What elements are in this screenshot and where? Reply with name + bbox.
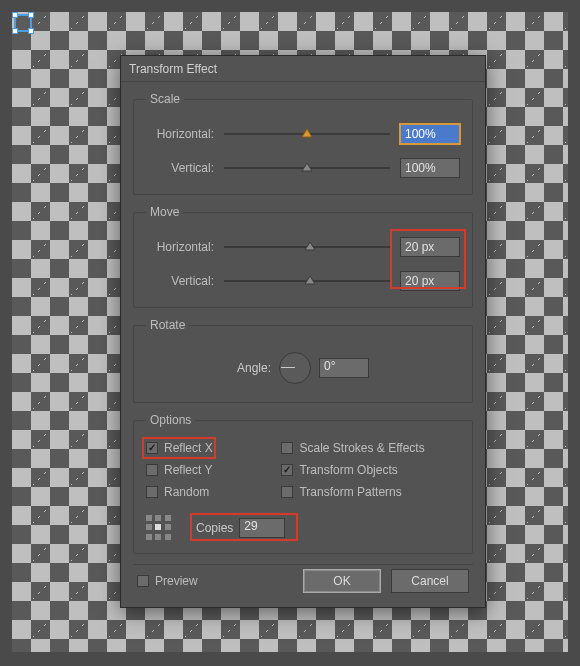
selection-handle[interactable] — [12, 12, 18, 18]
svg-marker-3 — [305, 276, 315, 284]
dialog-title: Transform Effect — [129, 62, 217, 76]
move-horizontal-label: Horizontal: — [146, 240, 220, 254]
options-group: Options Reflect X Scale Strokes & Effect… — [133, 413, 473, 554]
move-vertical-label: Vertical: — [146, 274, 220, 288]
checkbox-icon — [281, 464, 293, 476]
svg-marker-2 — [305, 242, 315, 250]
dialog-titlebar[interactable]: Transform Effect — [121, 56, 485, 82]
checkbox-icon — [146, 486, 158, 498]
checkbox-label: Reflect Y — [164, 463, 212, 477]
copies-label: Copies — [196, 521, 233, 535]
checkbox-transform-patterns[interactable]: Transform Patterns — [281, 485, 460, 499]
checkbox-random[interactable]: Random — [146, 485, 273, 499]
svg-marker-1 — [302, 163, 312, 171]
rotate-dial[interactable] — [279, 352, 311, 384]
checkbox-icon — [281, 486, 293, 498]
checkbox-icon — [281, 442, 293, 454]
anchor-reference-point[interactable] — [146, 515, 172, 541]
dialog-footer: Preview OK Cancel — [133, 564, 473, 595]
move-legend: Move — [146, 205, 183, 219]
slider-handle-icon[interactable] — [301, 161, 313, 173]
scale-vertical-slider[interactable] — [224, 159, 390, 177]
selected-object[interactable] — [14, 14, 32, 32]
checkbox-reflect-y[interactable]: Reflect Y — [146, 463, 273, 477]
slider-handle-icon[interactable] — [304, 274, 316, 286]
checkbox-label: Transform Objects — [299, 463, 397, 477]
checkbox-label: Random — [164, 485, 209, 499]
selection-handle[interactable] — [28, 28, 34, 34]
checkbox-icon — [146, 442, 158, 454]
rotate-legend: Rotate — [146, 318, 189, 332]
transform-effect-dialog: Transform Effect Scale Horizontal: 100% … — [120, 55, 486, 608]
checkbox-scale-strokes[interactable]: Scale Strokes & Effects — [281, 441, 460, 455]
move-horizontal-input[interactable]: 20 px — [400, 237, 460, 257]
move-vertical-input[interactable]: 20 px — [400, 271, 460, 291]
rotate-angle-label: Angle: — [237, 361, 271, 375]
scale-group: Scale Horizontal: 100% Vertical: — [133, 92, 473, 195]
move-vertical-slider[interactable] — [224, 272, 390, 290]
checkbox-label: Preview — [155, 574, 198, 588]
copies-input[interactable]: 29 — [239, 518, 285, 538]
svg-marker-0 — [302, 129, 312, 137]
selection-handle[interactable] — [12, 28, 18, 34]
ok-button[interactable]: OK — [303, 569, 381, 593]
move-horizontal-slider[interactable] — [224, 238, 390, 256]
options-legend: Options — [146, 413, 195, 427]
slider-handle-icon[interactable] — [301, 127, 313, 139]
checkbox-transform-objects[interactable]: Transform Objects — [281, 463, 460, 477]
checkbox-label: Scale Strokes & Effects — [299, 441, 424, 455]
scale-horizontal-label: Horizontal: — [146, 127, 220, 141]
scale-horizontal-slider[interactable] — [224, 125, 390, 143]
checkbox-icon — [137, 575, 149, 587]
scale-legend: Scale — [146, 92, 184, 106]
rotate-angle-input[interactable]: 0° — [319, 358, 369, 378]
checkbox-label: Reflect X — [164, 441, 213, 455]
checkbox-label: Transform Patterns — [299, 485, 401, 499]
scale-vertical-label: Vertical: — [146, 161, 220, 175]
checkbox-preview[interactable]: Preview — [137, 574, 198, 588]
checkbox-reflect-x[interactable]: Reflect X — [146, 441, 273, 455]
checkbox-icon — [146, 464, 158, 476]
cancel-button[interactable]: Cancel — [391, 569, 469, 593]
selection-handle[interactable] — [28, 12, 34, 18]
copies-field: Copies 29 — [196, 518, 285, 538]
scale-vertical-input[interactable]: 100% — [400, 158, 460, 178]
slider-handle-icon[interactable] — [304, 240, 316, 252]
scale-horizontal-input[interactable]: 100% — [400, 124, 460, 144]
move-group: Move Horizontal: 20 px Vertical: — [133, 205, 473, 308]
rotate-group: Rotate Angle: 0° — [133, 318, 473, 403]
